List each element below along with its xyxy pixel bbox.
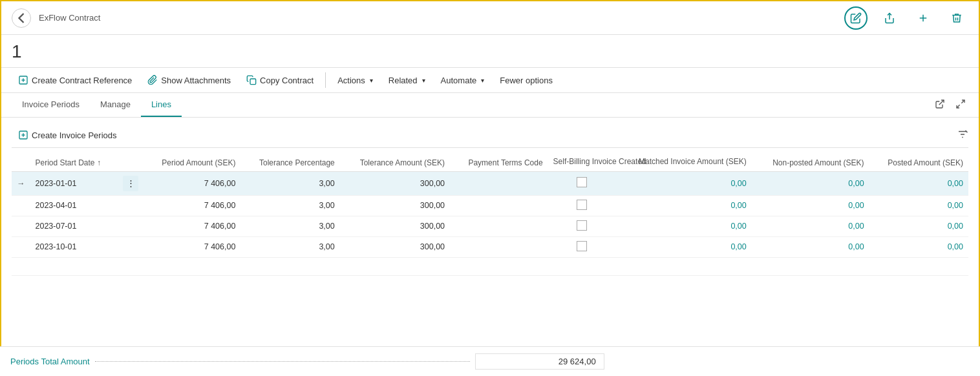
period-start-date[interactable]: 2023-04-01 bbox=[30, 195, 118, 216]
self-billing-checkbox[interactable] bbox=[577, 200, 587, 210]
sub-action-bar: Create Invoice Periods bbox=[12, 123, 968, 148]
content-area: Create Invoice Periods Period Start Date… bbox=[1, 118, 979, 281]
empty-row bbox=[12, 257, 968, 275]
tolerance-percentage[interactable]: 3,00 bbox=[240, 216, 339, 236]
show-attachments-button[interactable]: Show Attachments bbox=[141, 72, 237, 89]
row-arrow bbox=[12, 236, 30, 257]
separator bbox=[325, 72, 326, 88]
tolerance-percentage[interactable]: 3,00 bbox=[240, 171, 339, 195]
automate-button[interactable]: Automate ▾ bbox=[434, 72, 491, 89]
totals-label: Periods Total Amount bbox=[10, 357, 90, 366]
payment-terms-code[interactable] bbox=[450, 236, 548, 257]
tolerance-percentage[interactable]: 3,00 bbox=[240, 236, 339, 257]
period-amount[interactable]: 7 406,00 bbox=[144, 195, 240, 216]
tab-lines[interactable]: Lines bbox=[141, 93, 182, 117]
self-billing-checkbox-cell[interactable] bbox=[548, 236, 615, 257]
top-actions bbox=[844, 6, 968, 30]
non-posted-amount[interactable]: 0,00 bbox=[752, 195, 869, 216]
self-billing-header: Self-Billing Invoice Created bbox=[548, 153, 615, 171]
tab-manage[interactable]: Manage bbox=[90, 93, 141, 117]
context-menu-cell[interactable] bbox=[118, 236, 144, 257]
non-posted-amount-header: Non-posted Amount (SEK) bbox=[752, 153, 869, 171]
period-amount[interactable]: 7 406,00 bbox=[144, 236, 240, 257]
back-button[interactable] bbox=[12, 8, 31, 28]
create-contract-reference-button[interactable]: Create Contract Reference bbox=[12, 72, 138, 89]
copy-contract-button[interactable]: Copy Contract bbox=[240, 72, 320, 89]
edit-button[interactable] bbox=[844, 6, 868, 30]
svg-line-9 bbox=[957, 105, 960, 108]
payment-terms-code[interactable] bbox=[450, 195, 548, 216]
matched-invoice-amount[interactable]: 0,00 bbox=[615, 195, 752, 216]
tolerance-amount[interactable]: 300,00 bbox=[340, 171, 450, 195]
period-start-date[interactable]: 2023-01-01 bbox=[30, 171, 118, 195]
tolerance-percentage[interactable]: 3,00 bbox=[240, 195, 339, 216]
svg-rect-6 bbox=[250, 79, 256, 85]
self-billing-checkbox[interactable] bbox=[577, 220, 587, 231]
page-title: ExFlow Contract bbox=[39, 13, 836, 23]
payment-terms-code[interactable] bbox=[450, 171, 548, 195]
top-bar: ExFlow Contract bbox=[1, 1, 979, 35]
period-start-date[interactable]: 2023-10-01 bbox=[30, 236, 118, 257]
row-arrow: → bbox=[12, 171, 30, 195]
context-menu-cell[interactable] bbox=[118, 195, 144, 216]
tolerance-amount[interactable]: 300,00 bbox=[340, 195, 450, 216]
context-menu-col-header bbox=[118, 153, 144, 171]
action-bar: Create Contract Reference Show Attachmen… bbox=[1, 68, 979, 93]
svg-line-7 bbox=[939, 100, 944, 105]
tab-invoice-periods[interactable]: Invoice Periods bbox=[12, 93, 90, 117]
matched-invoice-amount[interactable]: 0,00 bbox=[615, 171, 752, 195]
totals-dots bbox=[95, 361, 470, 362]
totals-value: 29 624,00 bbox=[475, 353, 604, 370]
posted-amount[interactable]: 0,00 bbox=[869, 236, 968, 257]
tolerance-amount[interactable]: 300,00 bbox=[340, 216, 450, 236]
non-posted-amount[interactable]: 0,00 bbox=[752, 171, 869, 195]
svg-line-16 bbox=[966, 131, 968, 132]
non-posted-amount[interactable]: 0,00 bbox=[752, 216, 869, 236]
self-billing-checkbox[interactable] bbox=[577, 241, 587, 251]
self-billing-checkbox-cell[interactable] bbox=[548, 195, 615, 216]
context-menu-button[interactable]: ⋮ bbox=[123, 176, 138, 191]
table-row[interactable]: 2023-04-017 406,003,00300,000,000,000,00 bbox=[12, 195, 968, 216]
payment-terms-code[interactable] bbox=[450, 216, 548, 236]
delete-button[interactable] bbox=[945, 6, 968, 30]
actions-button[interactable]: Actions ▾ bbox=[331, 72, 379, 89]
matched-invoice-amount[interactable]: 0,00 bbox=[615, 216, 752, 236]
create-invoice-periods-button[interactable]: Create Invoice Periods bbox=[12, 127, 123, 143]
non-posted-amount[interactable]: 0,00 bbox=[752, 236, 869, 257]
self-billing-checkbox-cell[interactable] bbox=[548, 216, 615, 236]
period-start-date[interactable]: 2023-07-01 bbox=[30, 216, 118, 236]
period-amount[interactable]: 7 406,00 bbox=[144, 216, 240, 236]
tolerance-percentage-header: Tolerance Percentage bbox=[240, 153, 339, 171]
context-menu-cell[interactable] bbox=[118, 216, 144, 236]
open-in-new-icon[interactable] bbox=[932, 96, 948, 114]
period-start-date-header[interactable]: Period Start Date ↑ bbox=[30, 153, 118, 171]
invoice-periods-table: Period Start Date ↑ Period Amount (SEK) … bbox=[12, 153, 968, 276]
share-button[interactable] bbox=[878, 6, 901, 30]
posted-amount[interactable]: 0,00 bbox=[869, 216, 968, 236]
related-button[interactable]: Related ▾ bbox=[382, 72, 432, 89]
table-row[interactable]: 2023-10-017 406,003,00300,000,000,000,00 bbox=[12, 236, 968, 257]
tab-bar: Invoice Periods Manage Lines bbox=[1, 93, 979, 118]
totals-bar: Periods Total Amount 29 624,00 bbox=[0, 346, 980, 376]
record-id: 1 bbox=[1, 35, 979, 68]
matched-invoice-amount[interactable]: 0,00 bbox=[615, 236, 752, 257]
expand-icon[interactable] bbox=[953, 96, 968, 114]
fewer-options-button[interactable]: Fewer options bbox=[493, 72, 559, 89]
table-row[interactable]: →2023-01-01⋮7 406,003,00300,000,000,000,… bbox=[12, 171, 968, 195]
arrow-col-header bbox=[12, 153, 30, 171]
self-billing-checkbox-cell[interactable] bbox=[548, 171, 615, 195]
related-chevron-icon: ▾ bbox=[422, 77, 425, 84]
self-billing-checkbox[interactable] bbox=[577, 177, 587, 187]
row-arrow bbox=[12, 216, 30, 236]
posted-amount[interactable]: 0,00 bbox=[869, 195, 968, 216]
row-arrow bbox=[12, 195, 30, 216]
context-menu-cell[interactable]: ⋮ bbox=[118, 171, 144, 195]
posted-amount[interactable]: 0,00 bbox=[869, 171, 968, 195]
payment-terms-code-header: Payment Terms Code bbox=[450, 153, 548, 171]
filter-icon[interactable] bbox=[957, 129, 968, 142]
tolerance-amount[interactable]: 300,00 bbox=[340, 236, 450, 257]
add-button[interactable] bbox=[911, 6, 935, 30]
tab-actions bbox=[932, 96, 968, 114]
table-row[interactable]: 2023-07-017 406,003,00300,000,000,000,00 bbox=[12, 216, 968, 236]
period-amount[interactable]: 7 406,00 bbox=[144, 171, 240, 195]
